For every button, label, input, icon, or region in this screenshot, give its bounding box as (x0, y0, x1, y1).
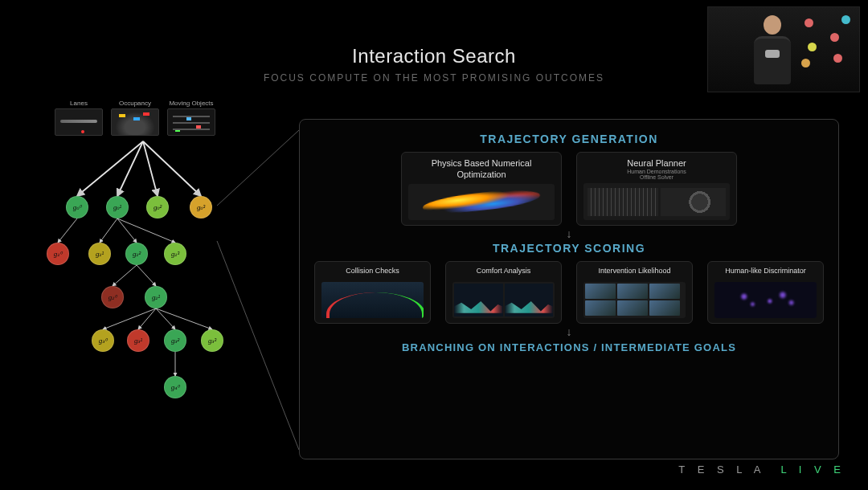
speaker-silhouette (748, 15, 796, 92)
pip-node (808, 43, 817, 51)
arrow-down-icon: ↓ (314, 227, 824, 240)
svg-line-5 (100, 218, 117, 243)
tree-node: g₀¹ (106, 196, 129, 218)
input-thumb-lanes (55, 108, 103, 136)
tree-node: g₁³ (164, 243, 186, 265)
svg-line-12 (156, 308, 175, 329)
tree-node: g₁⁰ (47, 243, 69, 265)
pip-mini-graph (796, 12, 854, 70)
card-intervention-likelihood: Intervention Likelihood (576, 261, 693, 324)
svg-line-4 (58, 218, 77, 243)
card-label: Physics Based Numerical Optimization (432, 157, 532, 181)
card-label: Collision Checks (346, 267, 399, 276)
search-tree: Lanes Occupancy Moving Objects g₀⁰g₀¹g₀²… (23, 100, 272, 413)
branching-title: BRANCHING ON INTERACTIONS / INTERMEDIATE… (314, 341, 824, 353)
svg-line-1 (117, 141, 143, 196)
card-label: Comfort Analysis (477, 267, 531, 276)
tree-node: g₄⁰ (164, 376, 186, 398)
tree-node: g₁² (125, 243, 148, 265)
card-comfort-analysis: Comfort Analysis (445, 261, 562, 324)
tree-node: g₂⁰ (101, 286, 124, 308)
card-neural-planner: Neural Planner Human Demonstrations Offl… (576, 152, 737, 226)
tree-node: g₂¹ (145, 286, 167, 308)
svg-line-7 (117, 218, 175, 243)
pip-node (833, 54, 842, 63)
thumb-neural-planner (583, 183, 730, 220)
input-label: Moving Objects (169, 100, 213, 107)
input-row: Lanes Occupancy Moving Objects (55, 100, 215, 136)
scoring-row: Collision Checks Comfort Analysis Interv… (314, 261, 824, 324)
card-label: Neural Planner (627, 157, 686, 169)
svg-line-8 (113, 265, 137, 286)
live-text: L I V E (780, 463, 845, 476)
pip-node (801, 59, 810, 67)
input-label: Occupancy (119, 100, 151, 107)
thumb-surface-3d (408, 184, 555, 220)
thumb-collision (321, 282, 424, 318)
arrow-down-icon: ↓ (314, 325, 824, 338)
input-moving-objects: Moving Objects (167, 100, 215, 136)
card-collision-checks: Collision Checks (314, 261, 431, 324)
svg-line-2 (143, 141, 158, 196)
generation-title: TRAJECTORY GENERATION (314, 133, 824, 145)
svg-line-9 (137, 265, 156, 286)
tree-node: g₃³ (201, 329, 223, 352)
tree-node: g₀² (146, 196, 169, 218)
input-thumb-occupancy (111, 108, 159, 136)
input-occupancy: Occupancy (111, 100, 159, 136)
tree-node: g₃² (164, 329, 186, 352)
svg-line-11 (138, 308, 156, 329)
svg-line-6 (117, 218, 137, 243)
input-thumb-moving (167, 108, 215, 136)
tree-node: g₁¹ (88, 243, 111, 265)
card-human-discriminator: Human-like Discriminator (707, 261, 824, 324)
card-sublabel: Human Demonstrations Offline Solver (627, 169, 686, 180)
scoring-title: TRAJECTORY SCORING (314, 242, 824, 255)
tree-node: g₀³ (190, 196, 212, 218)
input-lanes: Lanes (55, 100, 103, 136)
generation-row: Physics Based Numerical Optimization Neu… (314, 152, 824, 226)
speaker-pip (707, 6, 860, 92)
pip-node (830, 33, 839, 42)
tree-node: g₀⁰ (66, 196, 88, 218)
svg-line-0 (77, 141, 143, 196)
pip-node (805, 18, 813, 27)
tree-node: g₃⁰ (92, 329, 114, 352)
input-label: Lanes (70, 100, 88, 107)
svg-line-3 (143, 141, 201, 196)
watermark: T E S L A L I V E (678, 463, 845, 476)
card-physics-optimization: Physics Based Numerical Optimization (401, 152, 562, 226)
brand-text: T E S L A (678, 463, 764, 476)
svg-line-10 (103, 308, 156, 329)
thumb-discriminator (714, 282, 817, 318)
pip-node (841, 15, 850, 24)
svg-line-13 (156, 308, 212, 329)
card-label: Human-like Discriminator (725, 267, 806, 276)
pipeline-panel: TRAJECTORY GENERATION Physics Based Nume… (299, 119, 839, 459)
card-label: Intervention Likelihood (598, 267, 670, 276)
thumb-intervention (583, 282, 686, 318)
tree-node: g₃¹ (127, 329, 149, 352)
thumb-comfort (452, 282, 555, 318)
